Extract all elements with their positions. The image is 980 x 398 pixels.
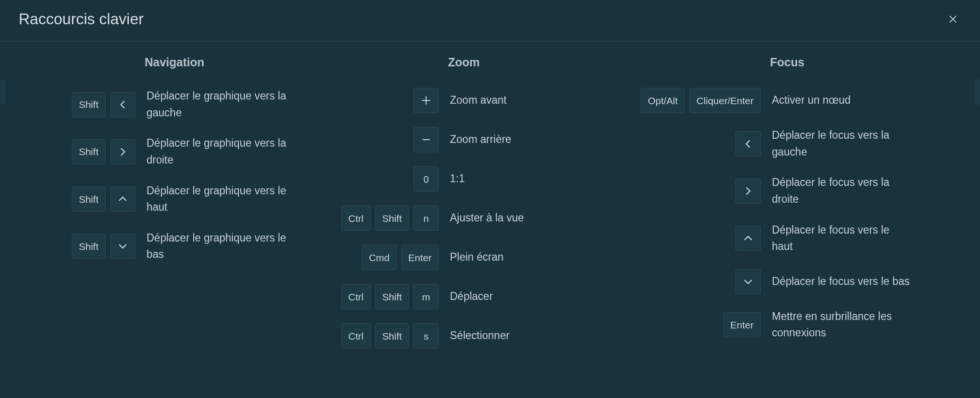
edge-handle-left[interactable] [0,79,6,105]
key-plus [413,88,439,113]
shortcut-desc: Déplacer [450,288,493,305]
shortcut-row-nav-right: Shift Déplacer le graphique vers la droi… [47,135,303,168]
shortcut-row-focus-left: Déplacer le focus vers la gauche [611,127,961,160]
shortcut-row-zoom-in: Zoom avant [313,88,602,113]
key-shift: Shift [375,323,409,348]
key-arrow-right [735,178,761,204]
dialog-title: Raccourcis clavier [19,10,144,28]
shortcut-row-focus-activate: Opt/Alt Cliquer/Enter Activer un nœud [611,88,961,113]
plus-icon [420,95,432,106]
shortcut-keys [611,131,761,156]
dialog-body: Navigation Shift Déplacer le graphique v… [0,42,980,398]
key-ctrl: Ctrl [341,323,371,348]
key-enter: Enter [401,245,439,270]
shortcut-desc: Déplacer le graphique vers le bas [147,230,287,263]
section-title-navigation: Navigation [145,56,303,69]
chevron-right-icon [117,146,128,157]
key-zero: 0 [413,166,439,192]
key-cmd: Cmd [362,245,396,270]
key-shift: Shift [72,186,105,212]
key-n: n [413,206,439,231]
chevron-up-icon [742,233,754,244]
shortcut-row-zoom-fullscreen: Cmd Enter Plein écran [313,245,602,270]
shortcut-keys: Enter [611,312,761,337]
shortcut-keys: Cmd Enter [313,245,439,270]
shortcut-keys: Shift [47,92,135,117]
key-arrow-right [110,139,135,164]
shortcut-desc: Déplacer le focus vers le haut [772,222,912,255]
section-title-focus: Focus [770,56,961,69]
key-arrow-down [110,234,135,259]
shortcut-desc: Déplacer le focus vers la droite [772,174,912,207]
shortcut-keys [611,226,761,251]
shortcut-desc: Activer un nœud [772,92,851,109]
shortcut-desc: Zoom avant [450,92,506,109]
shortcut-desc: Ajuster à la vue [450,210,524,227]
key-s: s [413,323,439,348]
key-shift: Shift [72,92,105,117]
section-zoom: Zoom Zoom avant Zoom arrière [313,56,602,389]
shortcut-desc: Déplacer le graphique vers le haut [147,183,287,216]
chevron-right-icon [742,185,754,197]
minus-icon [420,134,432,145]
shortcut-row-focus-down: Déplacer le focus vers le bas [611,269,961,294]
shortcut-desc: Zoom arrière [450,131,511,148]
shortcut-row-zoom-move: Ctrl Shift m Déplacer [313,284,602,309]
key-arrow-left [735,131,761,156]
shortcut-keys: Opt/Alt Cliquer/Enter [611,88,761,113]
key-minus [413,127,439,152]
edge-handle-right[interactable] [974,79,980,105]
section-navigation: Navigation Shift Déplacer le graphique v… [47,56,303,389]
key-arrow-up [735,226,761,251]
shortcut-row-focus-highlight: Enter Mettre en surbrillance les connexi… [611,308,961,341]
close-icon [948,14,958,24]
key-arrow-up [110,186,135,212]
shortcut-row-nav-left: Shift Déplacer le graphique vers la gauc… [47,88,303,121]
key-shift: Shift [72,139,105,164]
key-ctrl: Ctrl [341,206,371,231]
shortcut-keys [313,88,439,113]
shortcut-keys [611,269,761,294]
shortcut-keys: Ctrl Shift n [313,206,439,231]
chevron-left-icon [742,138,754,149]
shortcut-keys: Shift [47,186,135,212]
shortcut-row-focus-right: Déplacer le focus vers la droite [611,174,961,207]
shortcut-keys: 0 [313,166,439,192]
chevron-left-icon [117,99,128,110]
key-shift: Shift [375,284,409,309]
shortcut-desc: Plein écran [450,249,504,266]
shortcut-keys: Ctrl Shift m [313,284,439,309]
key-optalt: Opt/Alt [641,88,685,113]
key-enter: Enter [723,312,761,337]
shortcut-keys [611,178,761,204]
dialog-header: Raccourcis clavier [0,0,980,42]
shortcut-keys: Shift [47,234,135,259]
shortcut-desc: Mettre en surbrillance les connexions [772,308,912,341]
shortcut-keys [313,127,439,152]
key-shift: Shift [72,234,105,259]
shortcut-row-zoom-select: Ctrl Shift s Sélectionner [313,323,602,348]
shortcut-row-focus-up: Déplacer le focus vers le haut [611,222,961,255]
chevron-down-icon [117,241,128,252]
close-button[interactable] [945,11,961,28]
chevron-down-icon [742,276,754,287]
shortcut-desc: Déplacer le graphique vers la gauche [147,88,287,121]
shortcut-desc: Sélectionner [450,327,510,344]
shortcut-row-nav-up: Shift Déplacer le graphique vers le haut [47,183,303,216]
shortcut-desc: Déplacer le focus vers la gauche [772,127,912,160]
shortcut-desc: Déplacer le graphique vers la droite [147,135,287,168]
shortcut-keys: Shift [47,139,135,164]
shortcut-row-zoom-reset: 0 1:1 [313,166,602,192]
shortcut-row-zoom-out: Zoom arrière [313,127,602,152]
key-ctrl: Ctrl [341,284,371,309]
key-clickenter: Cliquer/Enter [689,88,761,113]
shortcuts-dialog: Raccourcis clavier Navigation Shift Dépl… [0,0,980,398]
shortcut-desc: 1:1 [450,171,465,187]
chevron-up-icon [117,193,128,205]
key-arrow-left [110,92,135,117]
section-focus: Focus Opt/Alt Cliquer/Enter Activer un n… [611,56,961,389]
key-arrow-down [735,269,761,294]
key-m: m [413,284,439,309]
shortcut-desc: Déplacer le focus vers le bas [772,273,910,290]
key-shift: Shift [375,206,409,231]
